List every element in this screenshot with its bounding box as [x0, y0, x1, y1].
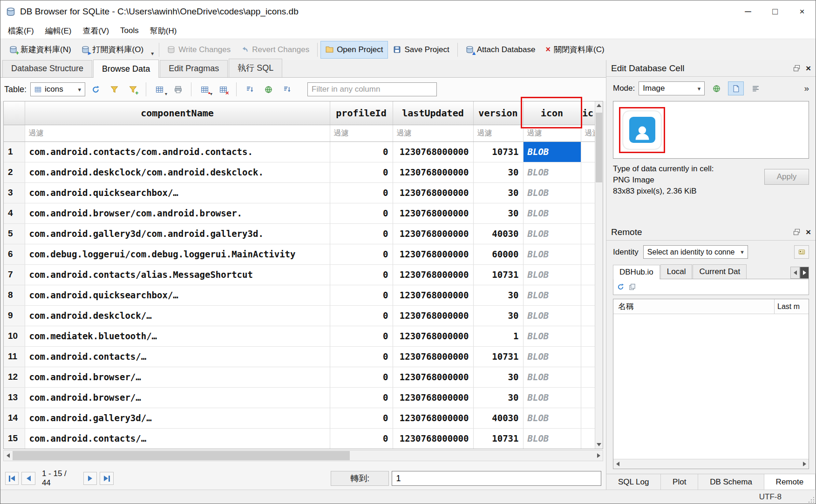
new-record-button[interactable]: •▾ — [196, 82, 213, 97]
sort-asc-button[interactable] — [241, 82, 258, 97]
first-page-button[interactable] — [5, 472, 19, 485]
column-header-lastUpdated[interactable]: lastUpdated — [393, 101, 473, 125]
horizontal-scroll-thumb[interactable] — [13, 451, 350, 460]
cell-icon[interactable]: BLOB — [523, 326, 581, 346]
vertical-scrollbar[interactable] — [595, 101, 603, 449]
scroll-right-icon[interactable] — [800, 459, 809, 469]
cell-version[interactable]: 30 — [473, 387, 523, 408]
cell-version[interactable]: 40030 — [473, 223, 523, 244]
cell-profileId[interactable]: 0 — [330, 244, 393, 264]
cell-lastUpdated[interactable]: 1230768000000 — [393, 264, 473, 285]
cell-componentName[interactable]: com.mediatek.bluetooth/… — [25, 326, 330, 346]
menu-file[interactable]: 檔案(F) — [2, 23, 40, 39]
filter-lastUpdated[interactable]: 過濾 — [393, 125, 473, 141]
filter-profileId[interactable]: 過濾 — [330, 125, 393, 141]
float-panel-icon[interactable] — [793, 65, 800, 72]
filter-partial[interactable]: 過濾 — [581, 125, 595, 141]
resize-grip-icon[interactable] — [808, 497, 814, 504]
cell-componentName[interactable]: com.android.gallery3d/… — [25, 408, 330, 428]
cell-version[interactable]: 30 — [473, 285, 523, 305]
cell-version[interactable]: 60000 — [473, 244, 523, 264]
row-number[interactable]: 5 — [4, 223, 25, 244]
close-icon[interactable]: × — [789, 0, 816, 23]
column-header-name[interactable]: 名稱 — [613, 299, 774, 314]
dock-tab-plot[interactable]: Plot — [661, 474, 698, 490]
image-view-button[interactable] — [728, 81, 744, 95]
cell-lastUpdated[interactable]: 1230768000000 — [393, 244, 473, 264]
cell-version[interactable]: 10731 — [473, 428, 523, 449]
float-panel-icon[interactable] — [793, 228, 800, 235]
cell-icon[interactable]: BLOB — [523, 203, 581, 223]
row-number[interactable]: 2 — [4, 162, 25, 182]
open-project-button[interactable]: Open Project — [320, 41, 388, 59]
clone-database-icon[interactable] — [629, 283, 636, 290]
refresh-remote-icon[interactable] — [617, 283, 624, 290]
close-panel-icon[interactable]: × — [806, 227, 811, 237]
cell-lastUpdated[interactable]: 1230768000000 — [393, 203, 473, 223]
cell-partial[interactable] — [581, 408, 595, 428]
column-header-icon[interactable]: icon — [523, 101, 581, 125]
cell-profileId[interactable]: 0 — [330, 387, 393, 408]
filter-icon[interactable]: 過濾 — [523, 125, 581, 141]
cell-partial[interactable] — [581, 203, 595, 223]
cell-icon[interactable]: BLOB — [523, 182, 581, 203]
import-certificate-button[interactable] — [794, 245, 809, 259]
cell-icon[interactable]: BLOB — [523, 223, 581, 244]
horizontal-scrollbar[interactable] — [3, 450, 603, 461]
row-number[interactable]: 3 — [4, 182, 25, 203]
cell-componentName[interactable]: com.android.deskclock/… — [25, 305, 330, 326]
goto-button[interactable]: 轉到: — [331, 471, 389, 486]
cell-version[interactable]: 30 — [473, 367, 523, 387]
tab-execute-sql[interactable]: 執行 SQL — [229, 59, 282, 77]
cell-partial[interactable] — [581, 367, 595, 387]
new-database-button[interactable]: + 新建資料庫(N) — [4, 41, 76, 59]
scroll-up-icon[interactable] — [595, 101, 603, 109]
cell-lastUpdated[interactable]: 1230768000000 — [393, 346, 473, 367]
menu-edit[interactable]: 編輯(E) — [40, 23, 77, 39]
cell-lastUpdated[interactable]: 1230768000000 — [393, 223, 473, 244]
cell-version[interactable]: 40030 — [473, 408, 523, 428]
cell-profileId[interactable]: 0 — [330, 305, 393, 326]
clear-filters-button[interactable] — [106, 82, 122, 97]
cell-profileId[interactable]: 0 — [330, 264, 393, 285]
cell-lastUpdated[interactable]: 1230768000000 — [393, 305, 473, 326]
cell-componentName[interactable]: com.android.contacts/… — [25, 346, 330, 367]
menu-tools[interactable]: Tools — [115, 23, 144, 39]
menu-help[interactable]: 幫助(H) — [144, 23, 183, 39]
cell-icon[interactable]: BLOB — [523, 387, 581, 408]
cell-partial[interactable] — [581, 305, 595, 326]
cell-version[interactable]: 10731 — [473, 264, 523, 285]
vertical-scroll-thumb[interactable] — [596, 113, 602, 182]
cell-componentName[interactable]: com.debug.loggerui/com.debug.loggerui.Ma… — [25, 244, 330, 264]
tabs-scroll-right-icon[interactable] — [800, 267, 809, 279]
cell-partial[interactable] — [581, 162, 595, 182]
open-database-dropdown-icon[interactable]: ▾ — [149, 41, 156, 59]
remote-tab-current[interactable]: Current Dat — [693, 264, 747, 279]
cell-icon[interactable]: BLOB — [523, 346, 581, 367]
encoding-button[interactable] — [260, 82, 277, 97]
tabs-scroll-left-icon[interactable] — [790, 267, 800, 279]
text-view-button[interactable] — [748, 81, 763, 95]
cell-partial[interactable] — [581, 223, 595, 244]
tab-browse-data[interactable]: Browse Data — [93, 60, 159, 78]
cell-profileId[interactable]: 0 — [330, 326, 393, 346]
save-project-button[interactable]: Save Project — [388, 41, 454, 59]
filter-options-button[interactable]: + — [124, 82, 141, 97]
cell-version[interactable]: 30 — [473, 203, 523, 223]
filter-version[interactable]: 過濾 — [473, 125, 523, 141]
goto-input[interactable] — [392, 471, 601, 486]
close-panel-icon[interactable]: × — [806, 63, 811, 74]
cell-icon[interactable]: BLOB — [523, 141, 581, 162]
cell-profileId[interactable]: 0 — [330, 182, 393, 203]
encoding-label[interactable]: UTF-8 — [759, 492, 782, 502]
cell-profileId[interactable]: 0 — [330, 223, 393, 244]
cell-lastUpdated[interactable]: 1230768000000 — [393, 182, 473, 203]
cell-partial[interactable] — [581, 387, 595, 408]
column-header-profileId[interactable]: profileId — [330, 101, 393, 125]
minimize-icon[interactable]: ─ — [734, 0, 762, 23]
cell-version[interactable]: 10731 — [473, 141, 523, 162]
column-header-componentName[interactable]: componentName — [25, 101, 330, 125]
cell-lastUpdated[interactable]: 1230768000000 — [393, 141, 473, 162]
cell-version[interactable]: 10731 — [473, 346, 523, 367]
cell-partial[interactable] — [581, 264, 595, 285]
